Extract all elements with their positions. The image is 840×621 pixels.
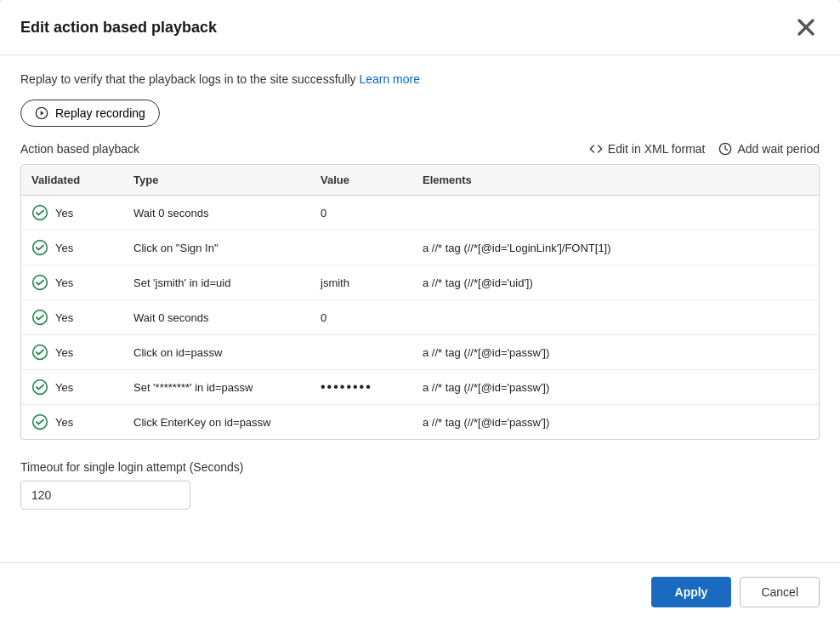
validated-text: Yes xyxy=(55,381,73,394)
table-row: YesWait 0 seconds0 xyxy=(21,196,819,231)
table-header-row: Validated Type Value Elements xyxy=(21,165,819,196)
cell-elements xyxy=(412,196,819,231)
cell-validated: Yes xyxy=(21,370,123,405)
cell-value xyxy=(310,231,412,265)
cell-validated: Yes xyxy=(21,335,123,370)
cell-value xyxy=(310,335,412,370)
add-wait-period-button[interactable]: Add wait period xyxy=(718,142,820,156)
modal-footer: Apply Cancel xyxy=(0,562,840,621)
info-text: Replay to verify that the playback logs … xyxy=(20,72,359,86)
cell-value: 0 xyxy=(310,196,412,231)
cell-validated: Yes xyxy=(21,265,123,300)
modal-title: Edit action based playback xyxy=(20,19,217,37)
cell-elements: a //* tag (//*[@id='uid']) xyxy=(412,265,819,300)
cell-type: Click EnterKey on id=passw xyxy=(123,405,310,440)
learn-more-link[interactable]: Learn more xyxy=(359,72,420,86)
table-row: YesClick EnterKey on id=passwa //* tag (… xyxy=(21,405,819,440)
cell-validated: Yes xyxy=(21,196,123,231)
playback-table: Validated Type Value Elements YesWait 0 … xyxy=(20,164,820,440)
cell-value: 0 xyxy=(310,300,412,335)
cell-validated: Yes xyxy=(21,405,123,440)
cell-type: Wait 0 seconds xyxy=(123,196,310,231)
cell-value xyxy=(310,405,412,440)
check-circle-icon xyxy=(31,204,48,221)
clock-icon xyxy=(718,142,732,156)
xml-icon xyxy=(589,142,603,156)
check-circle-icon xyxy=(31,309,48,326)
edit-xml-button[interactable]: Edit in XML format xyxy=(589,142,706,156)
cell-type: Click on "Sign In" xyxy=(123,231,310,265)
section-actions: Edit in XML format Add wait period xyxy=(589,142,820,156)
cell-elements: a //* tag (//*[@id='passw']) xyxy=(412,335,819,370)
info-bar: Replay to verify that the playback logs … xyxy=(20,72,820,86)
section-label: Action based playback xyxy=(20,142,139,156)
validated-text: Yes xyxy=(55,416,73,429)
col-header-elements: Elements xyxy=(412,165,819,196)
check-circle-icon xyxy=(31,239,48,256)
validated-text: Yes xyxy=(55,311,73,324)
table-row: YesSet '********' in id=passw••••••••a /… xyxy=(21,370,819,405)
table-row: YesClick on "Sign In"a //* tag (//*[@id=… xyxy=(21,231,819,265)
svg-marker-3 xyxy=(41,111,44,115)
modal: Edit action based playback Replay to ver… xyxy=(0,0,840,621)
validated-text: Yes xyxy=(55,207,73,219)
check-circle-icon xyxy=(31,274,48,291)
modal-header: Edit action based playback xyxy=(0,0,840,55)
table-row: YesClick on id=passwa //* tag (//*[@id='… xyxy=(21,335,819,370)
check-circle-icon xyxy=(31,344,48,361)
timeout-section: Timeout for single login attempt (Second… xyxy=(20,460,820,510)
cell-value: jsmith xyxy=(310,265,412,300)
cell-type: Wait 0 seconds xyxy=(123,300,310,335)
col-header-validated: Validated xyxy=(21,165,123,196)
modal-body: Replay to verify that the playback logs … xyxy=(0,55,840,562)
edit-xml-label: Edit in XML format xyxy=(608,142,706,156)
check-circle-icon xyxy=(31,413,48,430)
cell-elements xyxy=(412,300,819,335)
cancel-button[interactable]: Cancel xyxy=(740,577,820,607)
close-icon xyxy=(792,14,820,41)
col-header-type: Type xyxy=(123,165,310,196)
cell-validated: Yes xyxy=(21,300,123,335)
cell-validated: Yes xyxy=(21,231,123,265)
check-circle-icon xyxy=(31,379,48,396)
timeout-label: Timeout for single login attempt (Second… xyxy=(20,460,820,474)
cell-type: Set 'jsmith' in id=uid xyxy=(123,265,310,300)
cell-elements: a //* tag (//*[@id='passw']) xyxy=(412,405,819,440)
play-icon xyxy=(35,106,48,120)
table-row: YesSet 'jsmith' in id=uidjsmitha //* tag… xyxy=(21,265,819,300)
cell-type: Set '********' in id=passw xyxy=(123,370,310,405)
validated-text: Yes xyxy=(55,276,73,289)
col-header-value: Value xyxy=(310,165,412,196)
close-button[interactable] xyxy=(792,14,820,41)
add-wait-label: Add wait period xyxy=(737,142,820,156)
cell-value: •••••••• xyxy=(310,370,412,405)
table-row: YesWait 0 seconds0 xyxy=(21,300,819,335)
replay-button-label: Replay recording xyxy=(55,106,145,120)
cell-type: Click on id=passw xyxy=(123,335,310,370)
validated-text: Yes xyxy=(55,346,73,359)
section-header: Action based playback Edit in XML format… xyxy=(20,142,820,156)
timeout-input[interactable] xyxy=(20,481,190,510)
cell-elements: a //* tag (//*[@id='LoginLink']/FONT[1]) xyxy=(412,231,819,265)
validated-text: Yes xyxy=(55,242,73,254)
replay-recording-button[interactable]: Replay recording xyxy=(20,100,160,127)
apply-button[interactable]: Apply xyxy=(651,577,732,607)
cell-elements: a //* tag (//*[@id='passw']) xyxy=(412,370,819,405)
